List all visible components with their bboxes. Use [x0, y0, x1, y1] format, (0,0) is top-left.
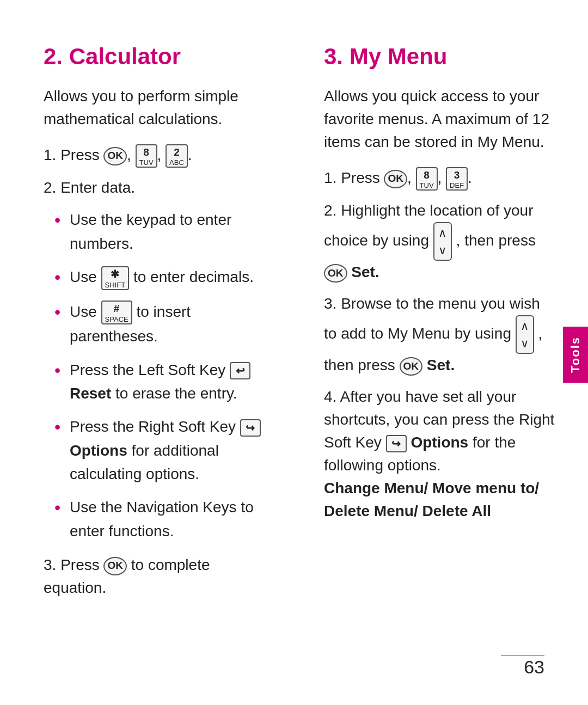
left-soft-key-icon: ↩: [230, 362, 250, 379]
calculator-bullets: Use the keypad to enter numbers. Use ✱SH…: [54, 208, 275, 543]
right-column: 3. My Menu Allows you quick access to yo…: [313, 44, 555, 672]
step1-label: 1. Press: [44, 146, 103, 163]
page-number: 63: [524, 657, 544, 678]
ok-key-5: OK: [400, 357, 423, 376]
key-8tuv: 8TUV: [136, 144, 157, 168]
key-hash: #SPACE: [101, 301, 132, 324]
step2-label: 2. Enter data.: [44, 176, 275, 199]
step4-bold-list: Change Menu/ Move menu to/ Delete Menu/ …: [324, 480, 539, 519]
step1-calculator: 1. Press OK, 8TUV, 2ABC.: [44, 144, 275, 168]
calculator-desc: Allows you to perform simple mathematica…: [44, 85, 275, 131]
key-star: ✱SHIFT: [101, 266, 130, 290]
left-column: 2. Calculator Allows you to perform simp…: [44, 44, 291, 672]
page-layout: 2. Calculator Allows you to perform simp…: [0, 0, 588, 705]
mymenu-desc: Allows you quick access to your favorite…: [324, 85, 555, 154]
page-divider: [501, 655, 544, 656]
key-2abc: 2ABC: [166, 144, 188, 168]
nav-key-2: ∧∨: [516, 315, 534, 354]
step2-mymenu: 2. Highlight the location of your choice…: [324, 199, 555, 284]
bullet-decimals: Use ✱SHIFT to enter decimals.: [54, 265, 275, 290]
tools-tab: Tools: [563, 327, 588, 383]
nav-key-1: ∧∨: [433, 222, 452, 261]
step3-calculator: 3. Press OK to complete equation.: [44, 554, 275, 599]
ok-key-1: OK: [103, 147, 127, 165]
right-soft-key-icon-2: ↪: [386, 435, 407, 452]
step4-mymenu: 4. After you have set all your shortcuts…: [324, 385, 555, 523]
key-3def: 3DEF: [446, 167, 468, 191]
ok-key-2: OK: [103, 557, 127, 575]
step3-mymenu: 3. Browse to the menu you wish to add to…: [324, 292, 555, 377]
calculator-title: 2. Calculator: [44, 44, 275, 70]
bullet-right-soft: Press the Right Soft Key ↪ Options for a…: [54, 415, 275, 486]
bullet-left-soft: Press the Left Soft Key ↩ Reset to erase…: [54, 358, 275, 406]
bullet-parentheses: Use #SPACE to insert parentheses.: [54, 300, 275, 348]
step1-mymenu: 1. Press OK, 8TUV, 3DEF.: [324, 167, 555, 191]
key-8tuv-2: 8TUV: [416, 167, 438, 191]
ok-key-4: OK: [324, 264, 347, 283]
bullet-keypad: Use the keypad to enter numbers.: [54, 208, 275, 255]
ok-key-3: OK: [384, 170, 407, 188]
right-soft-key-icon-1: ↪: [240, 419, 261, 437]
bullet-nav-keys: Use the Navigation Keys to enter functio…: [54, 495, 275, 543]
mymenu-title: 3. My Menu: [324, 44, 555, 70]
